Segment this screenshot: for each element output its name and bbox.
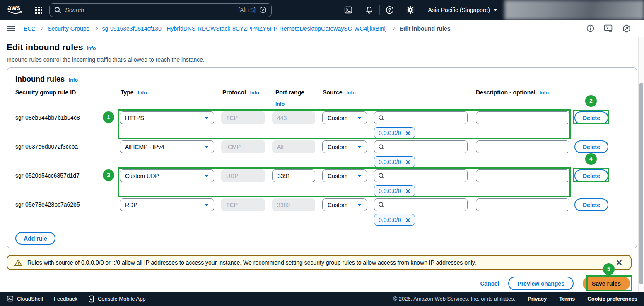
- dropdown-caret-icon: [357, 117, 362, 119]
- close-icon[interactable]: ✕: [614, 259, 624, 267]
- chevron-right-icon: [391, 27, 395, 31]
- settings-gear-icon[interactable]: [400, 0, 421, 20]
- source-type-select[interactable]: Custom: [322, 198, 367, 211]
- aws-console-screen: aws Search [Alt+S]: [0, 0, 644, 306]
- search-icon: [378, 173, 385, 179]
- menu-hamburger-icon[interactable]: [7, 26, 15, 31]
- type-select[interactable]: RDP: [120, 198, 214, 211]
- port-range-field: [272, 140, 315, 153]
- port-range-field: [272, 198, 315, 211]
- protocol-field: [221, 140, 265, 153]
- footer-cookie-preferences-link[interactable]: Cookie preferences: [587, 296, 637, 302]
- protocol-field: [221, 169, 265, 182]
- delete-rule-button[interactable]: Delete: [574, 169, 608, 182]
- chevron-right-icon: [94, 27, 98, 31]
- description-info-link[interactable]: Info: [540, 90, 549, 96]
- description-input[interactable]: [476, 111, 569, 124]
- save-rules-button[interactable]: Save rules: [583, 277, 630, 290]
- footer-terms-link[interactable]: Terms: [559, 296, 575, 302]
- cloudshell-icon: [7, 295, 14, 302]
- source-type-select[interactable]: Custom: [322, 111, 367, 124]
- table-row: sgr-05e78e428bc7a62b5 RDP Custom Delete: [7, 198, 638, 211]
- type-select[interactable]: HTTPS: [120, 111, 214, 124]
- description-input[interactable]: [476, 169, 569, 182]
- type-info-link[interactable]: Info: [138, 90, 147, 96]
- account-menu-blurred[interactable]: [504, 0, 644, 20]
- keyboard-shortcut-label: [Alt+S]: [238, 7, 256, 13]
- page-title: Edit inbound rules: [7, 42, 83, 52]
- breadcrumb-current: Edit inbound rules: [400, 25, 451, 32]
- description-input[interactable]: [476, 140, 569, 153]
- warning-icon: [14, 259, 22, 267]
- column-header-type: TypeInfo: [121, 89, 147, 96]
- chevron-down-icon: [494, 9, 497, 11]
- column-header-port-range: Port range: [275, 89, 304, 96]
- topbar-divider: [29, 5, 29, 15]
- type-select[interactable]: All ICMP - IPv4: [120, 140, 214, 153]
- source-info-link[interactable]: Info: [346, 90, 355, 96]
- cancel-button[interactable]: Cancel: [480, 280, 499, 287]
- table-row: sgr-0637e6d0072f3ccba All ICMP - IPv4 Cu…: [7, 140, 638, 153]
- breadcrumb-security-groups[interactable]: Security Groups: [48, 25, 89, 32]
- help-icon[interactable]: ?: [380, 0, 400, 20]
- delete-rule-button[interactable]: Delete: [574, 198, 608, 211]
- source-search-input[interactable]: [388, 144, 463, 150]
- add-rule-button[interactable]: Add rule: [15, 232, 55, 245]
- dropdown-caret-icon: [205, 204, 209, 206]
- breadcrumb-ec2[interactable]: EC2: [24, 25, 35, 32]
- inbound-rules-panel: Inbound rules Info Security group rule I…: [7, 67, 637, 248]
- description-input[interactable]: [476, 198, 569, 211]
- remove-cidr-icon[interactable]: ✕: [405, 217, 411, 223]
- scrollbar-thumb[interactable]: [639, 83, 643, 284]
- region-selector[interactable]: Asia Pacific (Singapore): [421, 0, 504, 20]
- top-navigation-bar: aws Search [Alt+S]: [0, 0, 644, 20]
- panel-info-link[interactable]: Info: [69, 77, 78, 83]
- services-grid-icon[interactable]: [35, 7, 42, 14]
- column-header-rule-id: Security group rule ID: [15, 89, 76, 96]
- port-range-input[interactable]: [272, 169, 315, 182]
- source-type-select[interactable]: Custom: [322, 169, 367, 182]
- breadcrumb-security-group-id[interactable]: sg-09163e3f0514cf130 - HybridDNS-RDGWSta…: [102, 25, 387, 32]
- column-header-protocol: ProtocolInfo: [222, 89, 259, 96]
- footer-cloudshell[interactable]: CloudShell: [7, 295, 43, 302]
- aws-logo[interactable]: aws: [7, 5, 23, 15]
- delete-rule-button[interactable]: Delete: [574, 111, 608, 124]
- remove-cidr-icon[interactable]: ✕: [405, 130, 411, 136]
- warning-banner: Rules with source of 0.0.0.0/0 or ::/0 a…: [7, 255, 632, 270]
- preview-changes-button[interactable]: Preview changes: [508, 277, 574, 290]
- cloudshell-icon[interactable]: [338, 0, 359, 20]
- terminal-window-icon[interactable]: [604, 24, 613, 33]
- footer-feedback[interactable]: Feedback: [54, 296, 77, 302]
- source-search-input[interactable]: [388, 202, 463, 208]
- footer-console-mobile-app[interactable]: Console Mobile App: [88, 295, 146, 303]
- port-range-field: [272, 111, 315, 124]
- search-icon: [378, 202, 385, 208]
- rule-id-label: sgr-05e78e428bc7a62b5: [15, 198, 80, 211]
- amazon-q-icon[interactable]: [622, 24, 631, 33]
- source-type-select[interactable]: Custom: [322, 140, 367, 153]
- delete-rule-button[interactable]: Delete: [574, 140, 608, 153]
- protocol-field: [221, 111, 265, 124]
- dropdown-caret-icon: [357, 175, 362, 177]
- region-label: Asia Pacific (Singapore): [428, 7, 490, 13]
- type-select[interactable]: Custom UDP: [120, 169, 214, 182]
- source-search-input[interactable]: [388, 115, 463, 121]
- remove-cidr-icon[interactable]: ✕: [405, 188, 411, 194]
- page-title-info-link[interactable]: Info: [87, 46, 96, 51]
- footer-privacy-link[interactable]: Privacy: [528, 296, 547, 302]
- dropdown-caret-icon: [205, 117, 209, 119]
- notifications-bell-icon[interactable]: [359, 0, 379, 20]
- source-search-box: [374, 140, 468, 153]
- source-search-box: [374, 198, 468, 211]
- protocol-field: [221, 198, 265, 211]
- remove-cidr-icon[interactable]: ✕: [405, 159, 411, 165]
- info-icon[interactable]: [586, 24, 595, 33]
- rule-id-label: sgr-08eb944bb7b1b04c8: [15, 111, 80, 124]
- port-range-info-link[interactable]: Info: [275, 101, 285, 107]
- source-search-input[interactable]: [388, 173, 463, 179]
- column-header-description: Description - optionalInfo: [476, 89, 549, 96]
- global-search-input[interactable]: Search [Alt+S]: [49, 3, 272, 17]
- vertical-scrollbar[interactable]: [638, 37, 644, 292]
- protocol-info-link[interactable]: Info: [250, 90, 259, 96]
- dropdown-caret-icon: [357, 146, 362, 148]
